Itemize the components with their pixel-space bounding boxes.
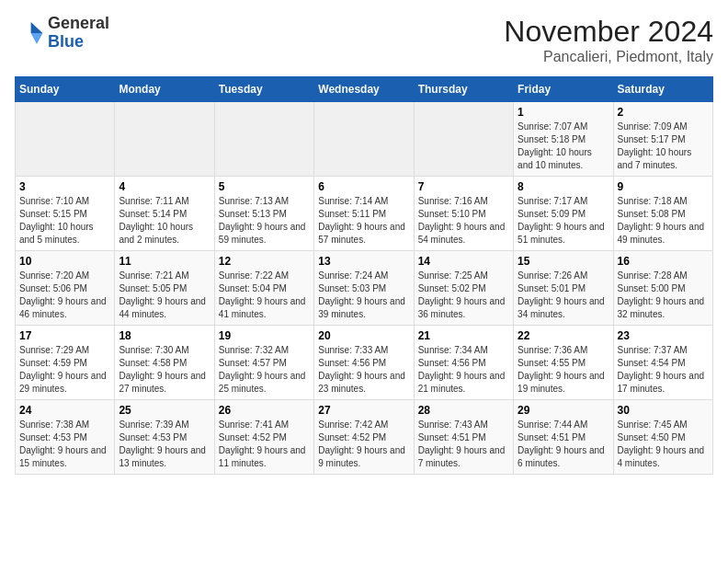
- calendar-week-1: 1Sunrise: 7:07 AM Sunset: 5:18 PM Daylig…: [16, 102, 713, 177]
- day-number: 8: [518, 180, 609, 193]
- calendar-cell: 11Sunrise: 7:21 AM Sunset: 5:05 PM Dayli…: [115, 251, 214, 326]
- day-info: Sunrise: 7:13 AM Sunset: 5:13 PM Dayligh…: [219, 195, 310, 247]
- day-info: Sunrise: 7:20 AM Sunset: 5:06 PM Dayligh…: [19, 270, 110, 321]
- calendar-cell: 4Sunrise: 7:11 AM Sunset: 5:14 PM Daylig…: [115, 177, 214, 251]
- day-number: 11: [119, 255, 210, 268]
- day-info: Sunrise: 7:39 AM Sunset: 4:53 PM Dayligh…: [119, 419, 210, 470]
- weekday-header-saturday: Saturday: [613, 77, 712, 102]
- day-number: 20: [318, 329, 409, 342]
- calendar-cell: 23Sunrise: 7:37 AM Sunset: 4:54 PM Dayli…: [613, 326, 712, 400]
- calendar-cell: 12Sunrise: 7:22 AM Sunset: 5:04 PM Dayli…: [214, 251, 313, 326]
- day-number: 12: [219, 255, 310, 268]
- day-info: Sunrise: 7:30 AM Sunset: 4:58 PM Dayligh…: [119, 344, 210, 396]
- day-info: Sunrise: 7:44 AM Sunset: 4:51 PM Dayligh…: [518, 419, 609, 470]
- calendar-cell: 3Sunrise: 7:10 AM Sunset: 5:15 PM Daylig…: [16, 177, 115, 251]
- calendar-cell: 6Sunrise: 7:14 AM Sunset: 5:11 PM Daylig…: [314, 177, 414, 251]
- calendar-cell: [115, 102, 214, 177]
- weekday-header-tuesday: Tuesday: [214, 77, 313, 102]
- calendar-cell: 24Sunrise: 7:38 AM Sunset: 4:53 PM Dayli…: [16, 400, 115, 475]
- calendar-cell: 17Sunrise: 7:29 AM Sunset: 4:59 PM Dayli…: [16, 326, 115, 400]
- day-info: Sunrise: 7:09 AM Sunset: 5:17 PM Dayligh…: [618, 121, 709, 172]
- calendar-cell: 1Sunrise: 7:07 AM Sunset: 5:18 PM Daylig…: [514, 102, 613, 177]
- calendar-week-2: 3Sunrise: 7:10 AM Sunset: 5:15 PM Daylig…: [16, 177, 713, 251]
- calendar-cell: 13Sunrise: 7:24 AM Sunset: 5:03 PM Dayli…: [314, 251, 414, 326]
- day-number: 13: [318, 255, 409, 268]
- day-number: 28: [418, 404, 509, 417]
- weekday-header-friday: Friday: [514, 77, 613, 102]
- day-info: Sunrise: 7:37 AM Sunset: 4:54 PM Dayligh…: [618, 344, 709, 396]
- day-info: Sunrise: 7:41 AM Sunset: 4:52 PM Dayligh…: [219, 419, 310, 470]
- day-info: Sunrise: 7:18 AM Sunset: 5:08 PM Dayligh…: [618, 195, 709, 247]
- day-number: 7: [418, 180, 509, 193]
- day-number: 4: [119, 180, 210, 193]
- calendar-cell: 7Sunrise: 7:16 AM Sunset: 5:10 PM Daylig…: [414, 177, 513, 251]
- day-number: 21: [418, 329, 509, 342]
- day-info: Sunrise: 7:26 AM Sunset: 5:01 PM Dayligh…: [518, 270, 609, 321]
- calendar-cell: 5Sunrise: 7:13 AM Sunset: 5:13 PM Daylig…: [214, 177, 313, 251]
- day-info: Sunrise: 7:43 AM Sunset: 4:51 PM Dayligh…: [418, 419, 509, 470]
- calendar-cell: 30Sunrise: 7:45 AM Sunset: 4:50 PM Dayli…: [613, 400, 712, 475]
- calendar-cell: [16, 102, 115, 177]
- day-number: 15: [518, 255, 609, 268]
- day-info: Sunrise: 7:38 AM Sunset: 4:53 PM Dayligh…: [19, 419, 110, 470]
- calendar-cell: 20Sunrise: 7:33 AM Sunset: 4:56 PM Dayli…: [314, 326, 414, 400]
- weekday-header-wednesday: Wednesday: [314, 77, 414, 102]
- svg-marker-0: [31, 22, 43, 33]
- day-info: Sunrise: 7:32 AM Sunset: 4:57 PM Dayligh…: [219, 344, 310, 396]
- calendar-cell: 22Sunrise: 7:36 AM Sunset: 4:55 PM Dayli…: [514, 326, 613, 400]
- day-number: 6: [318, 180, 409, 193]
- calendar-cell: 25Sunrise: 7:39 AM Sunset: 4:53 PM Dayli…: [115, 400, 214, 475]
- svg-marker-1: [31, 33, 43, 44]
- day-info: Sunrise: 7:34 AM Sunset: 4:56 PM Dayligh…: [418, 344, 509, 396]
- calendar-cell: 10Sunrise: 7:20 AM Sunset: 5:06 PM Dayli…: [16, 251, 115, 326]
- day-number: 2: [618, 106, 709, 119]
- day-number: 27: [318, 404, 409, 417]
- calendar-week-4: 17Sunrise: 7:29 AM Sunset: 4:59 PM Dayli…: [16, 326, 713, 400]
- day-info: Sunrise: 7:33 AM Sunset: 4:56 PM Dayligh…: [318, 344, 409, 396]
- title-block: November 2024 Pancalieri, Piedmont, Ital…: [504, 15, 713, 65]
- calendar-cell: 9Sunrise: 7:18 AM Sunset: 5:08 PM Daylig…: [613, 177, 712, 251]
- day-number: 23: [618, 329, 709, 342]
- calendar-cell: 28Sunrise: 7:43 AM Sunset: 4:51 PM Dayli…: [414, 400, 513, 475]
- calendar-header-row: SundayMondayTuesdayWednesdayThursdayFrid…: [16, 77, 713, 102]
- day-info: Sunrise: 7:29 AM Sunset: 4:59 PM Dayligh…: [19, 344, 110, 396]
- day-number: 24: [19, 404, 110, 417]
- calendar-week-5: 24Sunrise: 7:38 AM Sunset: 4:53 PM Dayli…: [16, 400, 713, 475]
- calendar-cell: [414, 102, 513, 177]
- day-info: Sunrise: 7:14 AM Sunset: 5:11 PM Dayligh…: [318, 195, 409, 247]
- calendar-cell: [314, 102, 414, 177]
- day-number: 5: [219, 180, 310, 193]
- day-number: 10: [19, 255, 110, 268]
- day-number: 17: [19, 329, 110, 342]
- day-info: Sunrise: 7:24 AM Sunset: 5:03 PM Dayligh…: [318, 270, 409, 321]
- day-number: 16: [618, 255, 709, 268]
- day-info: Sunrise: 7:21 AM Sunset: 5:05 PM Dayligh…: [119, 270, 210, 321]
- day-number: 18: [119, 329, 210, 342]
- day-number: 29: [518, 404, 609, 417]
- calendar-cell: 26Sunrise: 7:41 AM Sunset: 4:52 PM Dayli…: [214, 400, 313, 475]
- calendar-table: SundayMondayTuesdayWednesdayThursdayFrid…: [15, 76, 713, 475]
- day-info: Sunrise: 7:36 AM Sunset: 4:55 PM Dayligh…: [518, 344, 609, 396]
- logo-text: General Blue: [48, 15, 109, 52]
- calendar-cell: 16Sunrise: 7:28 AM Sunset: 5:00 PM Dayli…: [613, 251, 712, 326]
- day-number: 9: [618, 180, 709, 193]
- calendar-cell: 8Sunrise: 7:17 AM Sunset: 5:09 PM Daylig…: [514, 177, 613, 251]
- day-number: 22: [518, 329, 609, 342]
- day-number: 25: [119, 404, 210, 417]
- day-number: 1: [518, 106, 609, 119]
- logo: General Blue: [15, 15, 109, 52]
- day-info: Sunrise: 7:25 AM Sunset: 5:02 PM Dayligh…: [418, 270, 509, 321]
- weekday-header-monday: Monday: [115, 77, 214, 102]
- calendar-cell: 27Sunrise: 7:42 AM Sunset: 4:52 PM Dayli…: [314, 400, 414, 475]
- calendar-cell: 18Sunrise: 7:30 AM Sunset: 4:58 PM Dayli…: [115, 326, 214, 400]
- day-number: 3: [19, 180, 110, 193]
- day-info: Sunrise: 7:22 AM Sunset: 5:04 PM Dayligh…: [219, 270, 310, 321]
- calendar-cell: 2Sunrise: 7:09 AM Sunset: 5:17 PM Daylig…: [613, 102, 712, 177]
- location-title: Pancalieri, Piedmont, Italy: [504, 49, 713, 65]
- calendar-cell: [214, 102, 313, 177]
- day-info: Sunrise: 7:16 AM Sunset: 5:10 PM Dayligh…: [418, 195, 509, 247]
- weekday-header-sunday: Sunday: [16, 77, 115, 102]
- calendar-cell: 21Sunrise: 7:34 AM Sunset: 4:56 PM Dayli…: [414, 326, 513, 400]
- day-info: Sunrise: 7:10 AM Sunset: 5:15 PM Dayligh…: [19, 195, 110, 247]
- day-number: 30: [618, 404, 709, 417]
